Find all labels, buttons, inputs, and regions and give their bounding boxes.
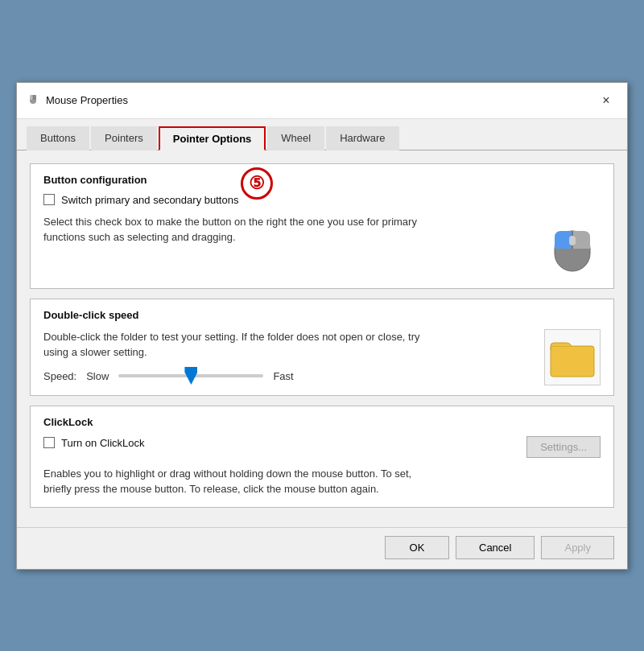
fast-label: Fast (273, 370, 293, 382)
dialog-title: Mouse Properties (46, 94, 128, 106)
speed-label: Speed: (43, 370, 76, 382)
double-click-left: Double-click the folder to test your set… (43, 329, 544, 382)
clicklock-label: Turn on ClickLock (61, 437, 145, 449)
double-click-section: Double-click speed Double-click the fold… (30, 299, 614, 396)
mouse-graphic (544, 214, 601, 278)
switch-buttons-checkbox[interactable] (43, 194, 55, 205)
clicklock-checkbox[interactable] (43, 437, 55, 448)
speed-slider-container[interactable] (118, 374, 263, 377)
tab-pointer-options[interactable]: Pointer Options (159, 126, 266, 150)
speed-slider-track[interactable] (118, 374, 263, 377)
folder-graphic (544, 329, 601, 385)
ok-button[interactable]: OK (385, 536, 449, 559)
svg-rect-2 (33, 95, 36, 100)
clicklock-description: Enables you to highlight or drag without… (43, 466, 430, 497)
svg-rect-1 (30, 95, 33, 100)
clicklock-row: Turn on ClickLock Settings... (43, 436, 601, 458)
title-bar-left: Mouse Properties (27, 94, 128, 107)
button-config-title: Button configuration (43, 174, 601, 186)
tab-content: Button configuration Switch primary and … (17, 150, 627, 527)
clicklock-checkbox-row: Turn on ClickLock (43, 437, 145, 449)
switch-buttons-label: Switch primary and secondary buttons (61, 194, 238, 206)
cancel-button[interactable]: Cancel (456, 536, 535, 559)
tab-hardware[interactable]: Hardware (326, 126, 398, 150)
annotation-5: ⑤ (241, 167, 273, 200)
title-bar: Mouse Properties × (17, 83, 627, 119)
clicklock-section: ClickLock Turn on ClickLock Settings... … (30, 406, 614, 508)
tabs-bar: Buttons Pointers Pointer Options Wheel H… (17, 119, 627, 150)
button-config-description: Select this check box to make the button… (43, 214, 430, 245)
svg-rect-8 (551, 346, 594, 377)
mouse-icon-small (27, 94, 39, 107)
dialog-footer: OK Cancel Apply (17, 527, 627, 569)
svg-rect-7 (569, 236, 576, 245)
button-config-section: Button configuration Switch primary and … (30, 163, 614, 289)
slow-label: Slow (86, 370, 109, 382)
tab-pointers[interactable]: Pointers (91, 126, 157, 150)
mouse-properties-dialog: Mouse Properties × Buttons Pointers Poin… (16, 82, 628, 570)
close-button[interactable]: × (595, 89, 617, 112)
clicklock-settings-button[interactable]: Settings... (526, 436, 601, 458)
double-click-body: Double-click the folder to test your set… (43, 329, 601, 385)
double-click-title: Double-click speed (43, 309, 601, 321)
switch-buttons-row: Switch primary and secondary buttons (43, 194, 601, 206)
double-click-description: Double-click the folder to test your set… (43, 329, 430, 361)
speed-slider-thumb[interactable] (184, 367, 197, 385)
tab-wheel[interactable]: Wheel (267, 126, 324, 150)
tab-buttons[interactable]: Buttons (27, 126, 89, 150)
speed-control-row: Speed: Slow Fast (43, 370, 544, 382)
clicklock-title: ClickLock (43, 416, 601, 428)
button-config-body: Select this check box to make the button… (43, 214, 601, 278)
apply-button[interactable]: Apply (541, 536, 614, 559)
